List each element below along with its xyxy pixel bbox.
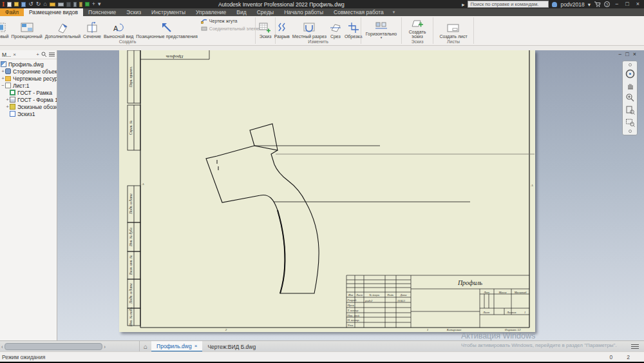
open-file-icon[interactable] <box>14 2 19 6</box>
browser-add-icon[interactable]: + <box>36 52 39 57</box>
auxiliary-view-button[interactable]: Дополнительный <box>44 17 82 39</box>
doc-tab-close-icon[interactable]: × <box>194 343 198 349</box>
tab-view[interactable]: Вид <box>231 8 251 16</box>
tab-sketch[interactable]: Эскиз <box>121 8 146 16</box>
sketch-icon <box>10 111 15 117</box>
base-view-button[interactable]: Базовый <box>0 17 10 39</box>
svg-text:Нач. отд.: Нач. отд. <box>347 314 360 317</box>
expand-icon[interactable]: + <box>5 97 10 103</box>
expand-icon[interactable]: + <box>1 68 5 74</box>
search-expand-icon[interactable]: ▸ <box>462 1 464 8</box>
new-file-icon[interactable] <box>7 2 12 7</box>
sheet-color-icon[interactable] <box>50 3 55 6</box>
sketch-table-button[interactable]: Эскиз <box>258 17 273 39</box>
browser-menu-icon[interactable] <box>49 52 55 57</box>
redo-icon[interactable]: ↻ <box>36 0 41 8</box>
pan-hand-icon[interactable] <box>625 81 635 90</box>
doc-restore-icon[interactable]: □ <box>625 51 632 57</box>
ribbon-display-chevron-icon[interactable]: ▾ <box>389 8 395 16</box>
horizontal-scrollbar[interactable]: ‹ › <box>0 341 139 352</box>
detail-view-button[interactable]: A Выносной вид <box>102 17 135 39</box>
svg-text:Подп.: Подп. <box>386 293 393 297</box>
ilogic-icon[interactable] <box>73 2 77 7</box>
tab-place-views[interactable]: Размещение видов <box>24 8 83 16</box>
panel-label-sketch[interactable]: Эскиз <box>402 39 433 45</box>
new-sheet-button[interactable]: Создать лист <box>438 17 468 39</box>
section-view-icon <box>85 22 99 34</box>
section-view-button[interactable]: Сечение <box>82 17 102 39</box>
tab-collaborate[interactable]: Совместная работа <box>328 8 389 16</box>
steering-wheel-icon[interactable] <box>625 69 635 79</box>
tree-item-root[interactable]: Профиль.dwg <box>0 61 57 68</box>
tab-get-started[interactable]: Начало работы <box>279 8 328 16</box>
help-search-input[interactable] <box>468 1 549 8</box>
save-icon[interactable] <box>21 2 26 7</box>
drawing-doc-icon <box>1 61 6 67</box>
tab-file[interactable]: Файл <box>0 8 24 16</box>
tree-item-gost-frame[interactable]: ГОСТ - Рамка <box>0 89 57 96</box>
help-icon[interactable]: ? <box>604 1 610 7</box>
browser-close-icon[interactable]: × <box>13 52 16 57</box>
navbar-more-icon[interactable] <box>629 130 632 133</box>
qat-add-icon[interactable]: + <box>92 0 95 8</box>
tree-item-gost-form[interactable]: + ГОСТ - Форма 1 <box>0 96 57 103</box>
store-cart-icon[interactable] <box>594 1 601 7</box>
tab-environments[interactable]: Среды <box>252 8 279 16</box>
browser-title[interactable]: М... <box>2 52 11 58</box>
document-window-controls: −□× <box>618 51 640 57</box>
inventor-logo-icon[interactable]: I <box>2 0 5 8</box>
tree-item-sketch-symbols[interactable]: + Эскизные обозначения <box>0 103 57 110</box>
zoom-window-icon[interactable] <box>625 117 635 127</box>
user-menu-chevron-icon[interactable]: ▾ <box>588 1 591 8</box>
home-icon[interactable]: ⌂ <box>43 0 46 8</box>
profile-geometry[interactable] <box>206 124 535 293</box>
user-avatar-icon[interactable] <box>552 2 557 7</box>
link-icon[interactable] <box>66 2 71 7</box>
doc-tab-profil[interactable]: Профиль.dwg × <box>151 341 202 352</box>
scroll-right-icon[interactable]: › <box>104 344 106 350</box>
break-button[interactable]: Разрыв <box>273 17 291 39</box>
username[interactable]: podv2018 <box>560 1 584 8</box>
material-cube-icon[interactable] <box>85 2 90 6</box>
drawing-sheet[interactable]: Перв. примен. Справ. № Подп. и дата Инв.… <box>119 50 535 332</box>
zoom-icon[interactable] <box>625 93 635 103</box>
app-title: Autodesk Inventor Professional 2022 Проф… <box>101 1 462 8</box>
doc-tab-vid-b[interactable]: Чертеж:ВИД Б.dwg <box>202 341 261 352</box>
restore-button[interactable]: □ <box>623 0 630 8</box>
tab-annotate[interactable]: Пояснение <box>83 8 121 16</box>
scrollbar-thumb[interactable] <box>5 343 102 350</box>
slice-button[interactable]: Срез <box>328 17 343 39</box>
tree-item-third-party[interactable]: + Сторонние объекты <box>0 68 57 75</box>
tree-item-sketch1[interactable]: Эскиз1 <box>0 110 57 117</box>
create-sketch-button[interactable]: Создать эскиз <box>405 17 430 39</box>
tab-manage[interactable]: Управление <box>191 8 231 16</box>
collapse-icon[interactable]: − <box>1 83 5 88</box>
zoom-all-icon[interactable] <box>625 105 635 115</box>
projected-view-button[interactable]: Проекционный <box>10 17 43 39</box>
panel-label-sheets[interactable]: Листы <box>433 39 473 45</box>
tab-tools[interactable]: Инструменты <box>146 8 191 16</box>
close-button[interactable]: × <box>634 0 641 8</box>
home-view-icon[interactable]: ⌂ <box>139 341 151 352</box>
panel-label-create[interactable]: Создать <box>0 39 255 45</box>
panel-label-modify[interactable]: Изменить <box>276 39 361 45</box>
main-area: М... × + Профиль.dwg + Сторонние объекты <box>0 50 644 340</box>
graphics-canvas[interactable]: Перв. примен. Справ. № Подп. и дата Инв.… <box>57 50 644 340</box>
ilogic-trigger-icon[interactable] <box>79 2 82 7</box>
doc-minimize-icon[interactable]: − <box>618 51 625 57</box>
minimize-button[interactable]: − <box>613 0 620 8</box>
break-out-button[interactable]: Местный разрез <box>291 17 328 39</box>
positional-representations-button[interactable]: Позиционные представления <box>135 17 199 39</box>
undo-icon[interactable]: ↺ <box>28 0 33 8</box>
print-icon[interactable] <box>58 3 64 6</box>
tree-item-sheet1[interactable]: − Лист:1 <box>0 82 57 89</box>
horizontal-align-button[interactable]: Горизонтально ▾ <box>365 17 398 39</box>
panel-separator <box>473 17 474 44</box>
doc-close-icon[interactable]: × <box>633 51 640 57</box>
browser-search-icon[interactable] <box>41 52 47 57</box>
expand-icon[interactable]: + <box>5 104 10 110</box>
titlebar: I ↺ ↻ ⌂ + ▾ Autodesk Inventor Profession… <box>0 0 644 8</box>
expand-icon[interactable]: + <box>1 75 5 81</box>
tree-item-drawing-resources[interactable]: + Чертежные ресурсы <box>0 75 57 82</box>
scroll-left-icon[interactable]: ‹ <box>1 344 3 350</box>
